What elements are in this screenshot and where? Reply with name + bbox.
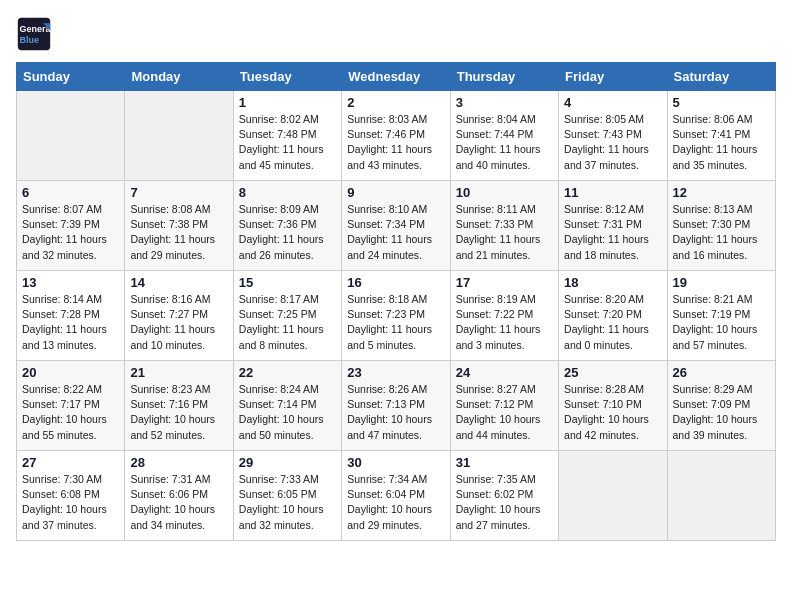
header-monday: Monday: [125, 63, 233, 91]
day-number: 19: [673, 275, 770, 290]
day-cell: 12Sunrise: 8:13 AMSunset: 7:30 PMDayligh…: [667, 181, 775, 271]
day-cell: 14Sunrise: 8:16 AMSunset: 7:27 PMDayligh…: [125, 271, 233, 361]
day-detail: Sunrise: 8:06 AMSunset: 7:41 PMDaylight:…: [673, 112, 770, 173]
day-detail: Sunrise: 8:23 AMSunset: 7:16 PMDaylight:…: [130, 382, 227, 443]
day-number: 22: [239, 365, 336, 380]
day-detail: Sunrise: 7:34 AMSunset: 6:04 PMDaylight:…: [347, 472, 444, 533]
day-detail: Sunrise: 8:03 AMSunset: 7:46 PMDaylight:…: [347, 112, 444, 173]
day-detail: Sunrise: 8:12 AMSunset: 7:31 PMDaylight:…: [564, 202, 661, 263]
day-number: 17: [456, 275, 553, 290]
header-thursday: Thursday: [450, 63, 558, 91]
day-number: 31: [456, 455, 553, 470]
header-tuesday: Tuesday: [233, 63, 341, 91]
day-number: 18: [564, 275, 661, 290]
day-detail: Sunrise: 8:10 AMSunset: 7:34 PMDaylight:…: [347, 202, 444, 263]
day-cell: 23Sunrise: 8:26 AMSunset: 7:13 PMDayligh…: [342, 361, 450, 451]
day-cell: 11Sunrise: 8:12 AMSunset: 7:31 PMDayligh…: [559, 181, 667, 271]
day-detail: Sunrise: 8:26 AMSunset: 7:13 PMDaylight:…: [347, 382, 444, 443]
week-row-1: 1Sunrise: 8:02 AMSunset: 7:48 PMDaylight…: [17, 91, 776, 181]
day-number: 23: [347, 365, 444, 380]
day-cell: 17Sunrise: 8:19 AMSunset: 7:22 PMDayligh…: [450, 271, 558, 361]
day-detail: Sunrise: 8:09 AMSunset: 7:36 PMDaylight:…: [239, 202, 336, 263]
day-detail: Sunrise: 8:18 AMSunset: 7:23 PMDaylight:…: [347, 292, 444, 353]
day-detail: Sunrise: 8:29 AMSunset: 7:09 PMDaylight:…: [673, 382, 770, 443]
day-number: 27: [22, 455, 119, 470]
day-number: 29: [239, 455, 336, 470]
day-detail: Sunrise: 8:17 AMSunset: 7:25 PMDaylight:…: [239, 292, 336, 353]
day-number: 25: [564, 365, 661, 380]
day-cell: [17, 91, 125, 181]
day-number: 24: [456, 365, 553, 380]
day-number: 12: [673, 185, 770, 200]
day-number: 6: [22, 185, 119, 200]
day-number: 3: [456, 95, 553, 110]
day-cell: [559, 451, 667, 541]
day-number: 8: [239, 185, 336, 200]
day-cell: 27Sunrise: 7:30 AMSunset: 6:08 PMDayligh…: [17, 451, 125, 541]
day-number: 13: [22, 275, 119, 290]
day-number: 7: [130, 185, 227, 200]
day-detail: Sunrise: 8:13 AMSunset: 7:30 PMDaylight:…: [673, 202, 770, 263]
header-saturday: Saturday: [667, 63, 775, 91]
calendar-header: SundayMondayTuesdayWednesdayThursdayFrid…: [17, 63, 776, 91]
calendar-body: 1Sunrise: 8:02 AMSunset: 7:48 PMDaylight…: [17, 91, 776, 541]
day-cell: 19Sunrise: 8:21 AMSunset: 7:19 PMDayligh…: [667, 271, 775, 361]
day-detail: Sunrise: 8:24 AMSunset: 7:14 PMDaylight:…: [239, 382, 336, 443]
day-cell: 2Sunrise: 8:03 AMSunset: 7:46 PMDaylight…: [342, 91, 450, 181]
day-detail: Sunrise: 8:20 AMSunset: 7:20 PMDaylight:…: [564, 292, 661, 353]
day-detail: Sunrise: 8:14 AMSunset: 7:28 PMDaylight:…: [22, 292, 119, 353]
day-number: 1: [239, 95, 336, 110]
day-cell: 18Sunrise: 8:20 AMSunset: 7:20 PMDayligh…: [559, 271, 667, 361]
day-detail: Sunrise: 8:16 AMSunset: 7:27 PMDaylight:…: [130, 292, 227, 353]
day-number: 14: [130, 275, 227, 290]
day-cell: 31Sunrise: 7:35 AMSunset: 6:02 PMDayligh…: [450, 451, 558, 541]
day-cell: 8Sunrise: 8:09 AMSunset: 7:36 PMDaylight…: [233, 181, 341, 271]
day-cell: [667, 451, 775, 541]
day-detail: Sunrise: 7:35 AMSunset: 6:02 PMDaylight:…: [456, 472, 553, 533]
day-number: 10: [456, 185, 553, 200]
day-detail: Sunrise: 8:08 AMSunset: 7:38 PMDaylight:…: [130, 202, 227, 263]
day-detail: Sunrise: 7:30 AMSunset: 6:08 PMDaylight:…: [22, 472, 119, 533]
week-row-4: 20Sunrise: 8:22 AMSunset: 7:17 PMDayligh…: [17, 361, 776, 451]
header-friday: Friday: [559, 63, 667, 91]
svg-text:Blue: Blue: [20, 35, 40, 45]
day-cell: [125, 91, 233, 181]
week-row-3: 13Sunrise: 8:14 AMSunset: 7:28 PMDayligh…: [17, 271, 776, 361]
day-number: 15: [239, 275, 336, 290]
day-cell: 16Sunrise: 8:18 AMSunset: 7:23 PMDayligh…: [342, 271, 450, 361]
day-number: 4: [564, 95, 661, 110]
logo: General Blue: [16, 16, 56, 52]
day-detail: Sunrise: 8:04 AMSunset: 7:44 PMDaylight:…: [456, 112, 553, 173]
day-number: 5: [673, 95, 770, 110]
day-cell: 1Sunrise: 8:02 AMSunset: 7:48 PMDaylight…: [233, 91, 341, 181]
calendar-table: SundayMondayTuesdayWednesdayThursdayFrid…: [16, 62, 776, 541]
day-number: 11: [564, 185, 661, 200]
page-header: General Blue: [16, 16, 776, 52]
day-number: 30: [347, 455, 444, 470]
day-cell: 28Sunrise: 7:31 AMSunset: 6:06 PMDayligh…: [125, 451, 233, 541]
header-sunday: Sunday: [17, 63, 125, 91]
day-cell: 6Sunrise: 8:07 AMSunset: 7:39 PMDaylight…: [17, 181, 125, 271]
day-number: 2: [347, 95, 444, 110]
day-cell: 3Sunrise: 8:04 AMSunset: 7:44 PMDaylight…: [450, 91, 558, 181]
day-cell: 25Sunrise: 8:28 AMSunset: 7:10 PMDayligh…: [559, 361, 667, 451]
day-cell: 15Sunrise: 8:17 AMSunset: 7:25 PMDayligh…: [233, 271, 341, 361]
day-number: 20: [22, 365, 119, 380]
day-cell: 26Sunrise: 8:29 AMSunset: 7:09 PMDayligh…: [667, 361, 775, 451]
day-number: 16: [347, 275, 444, 290]
day-cell: 24Sunrise: 8:27 AMSunset: 7:12 PMDayligh…: [450, 361, 558, 451]
week-row-5: 27Sunrise: 7:30 AMSunset: 6:08 PMDayligh…: [17, 451, 776, 541]
day-detail: Sunrise: 8:05 AMSunset: 7:43 PMDaylight:…: [564, 112, 661, 173]
day-number: 26: [673, 365, 770, 380]
logo-icon: General Blue: [16, 16, 52, 52]
day-cell: 29Sunrise: 7:33 AMSunset: 6:05 PMDayligh…: [233, 451, 341, 541]
day-number: 9: [347, 185, 444, 200]
day-detail: Sunrise: 8:22 AMSunset: 7:17 PMDaylight:…: [22, 382, 119, 443]
week-row-2: 6Sunrise: 8:07 AMSunset: 7:39 PMDaylight…: [17, 181, 776, 271]
day-detail: Sunrise: 7:31 AMSunset: 6:06 PMDaylight:…: [130, 472, 227, 533]
day-cell: 4Sunrise: 8:05 AMSunset: 7:43 PMDaylight…: [559, 91, 667, 181]
day-cell: 21Sunrise: 8:23 AMSunset: 7:16 PMDayligh…: [125, 361, 233, 451]
day-cell: 20Sunrise: 8:22 AMSunset: 7:17 PMDayligh…: [17, 361, 125, 451]
day-detail: Sunrise: 8:27 AMSunset: 7:12 PMDaylight:…: [456, 382, 553, 443]
day-detail: Sunrise: 8:11 AMSunset: 7:33 PMDaylight:…: [456, 202, 553, 263]
